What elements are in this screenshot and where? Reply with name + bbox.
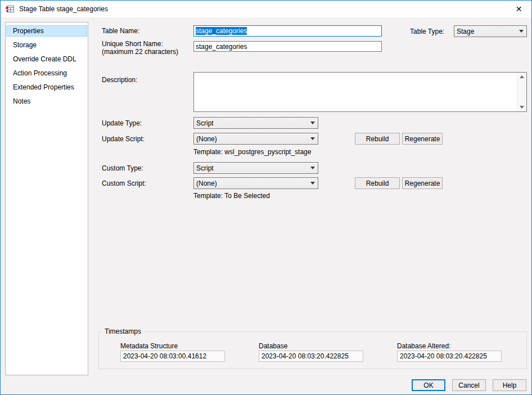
table-type-label: Table Type: [410,28,444,35]
table-name-label: Table Name: [102,27,139,35]
chevron-down-icon [308,118,318,128]
database-label: Database [259,342,287,350]
update-rebuild-label: Rebuild [366,135,389,143]
description-label: Description: [102,76,137,84]
title-bar: Stage Table stage_categories ✕ [1,1,531,17]
update-type-dropdown[interactable]: Script [193,117,318,129]
table-name-input[interactable]: stage_categories [193,25,382,37]
update-script-label: Update Script: [102,135,145,143]
database-altered-label: Database Altered: [397,342,450,350]
database-value: 2023-04-20 08:03:20.422825 [259,351,363,362]
update-type-value: Script [196,119,308,127]
update-regenerate-label: Regenerate [405,135,440,143]
chevron-down-icon [308,163,318,173]
sidebar-item-extended-properties[interactable]: Extended Properties [6,82,87,93]
cancel-button[interactable]: Cancel [452,379,486,391]
unique-short-name-label: Unique Short Name: (maximum 22 character… [102,40,178,56]
custom-type-dropdown[interactable]: Script [193,162,318,174]
custom-type-label: Custom Type: [102,164,143,172]
description-textarea[interactable] [194,73,517,111]
description-box [193,72,527,112]
stage-table-icon [6,5,15,14]
custom-template-text: Template: To Be Selected [193,192,270,200]
update-script-value: (None) [196,135,308,143]
chevron-down-icon [308,133,318,144]
ok-button[interactable]: OK [412,379,445,391]
description-scrollbar[interactable] [517,73,526,111]
table-name-selected-text: stage_categories [196,27,247,35]
sidebar-item-notes[interactable]: Notes [6,96,87,107]
window-title: Stage Table stage_categories [19,5,108,13]
update-regenerate-button[interactable]: Regenerate [402,133,443,145]
update-type-label: Update Type: [102,119,142,127]
help-button[interactable]: Help [493,379,526,391]
ok-label: OK [423,381,433,389]
unique-short-name-label-line1: Unique Short Name: [102,40,178,48]
chevron-down-icon [516,26,526,37]
custom-rebuild-button[interactable]: Rebuild [355,177,400,189]
sidebar: Properties Storage Override Create DDL A… [5,22,88,375]
chevron-down-icon [308,178,318,188]
close-button[interactable]: ✕ [506,1,531,17]
custom-script-value: (None) [196,179,308,187]
timestamps-legend: Timestamps [102,327,143,335]
table-type-value: Stage [457,28,516,35]
custom-rebuild-label: Rebuild [366,179,389,187]
custom-regenerate-label: Regenerate [405,179,440,187]
scroll-up-icon[interactable] [520,75,524,78]
custom-script-label: Custom Script: [102,179,146,187]
help-label: Help [503,381,517,389]
table-type-dropdown[interactable]: Stage [454,25,527,37]
stage-table-dialog: Stage Table stage_categories ✕ Propertie… [0,0,532,395]
custom-regenerate-button[interactable]: Regenerate [402,177,443,189]
sidebar-item-action-processing[interactable]: Action Processing [6,68,87,79]
unique-short-name-input[interactable] [193,41,382,52]
update-rebuild-button[interactable]: Rebuild [355,133,400,145]
sidebar-item-storage[interactable]: Storage [6,39,87,51]
metadata-structure-label: Metadata Structure [120,342,178,350]
scroll-down-icon[interactable] [520,106,524,109]
unique-short-name-label-line2: (maximum 22 characters) [102,48,178,56]
sidebar-item-override-create-ddl[interactable]: Override Create DDL [6,53,87,65]
sidebar-item-properties[interactable]: Properties [6,25,87,37]
cancel-label: Cancel [458,381,479,389]
timestamps-groupbox: Timestamps Metadata Structure 2023-04-20… [98,331,527,369]
custom-script-dropdown[interactable]: (None) [193,177,318,189]
database-altered-value: 2023-04-20 08:03:20.422825 [397,351,502,362]
close-icon: ✕ [516,5,522,14]
update-template-text: Template: wsl_postgres_pyscript_stage [193,148,311,156]
metadata-structure-value: 2023-04-20 08:03:00.41612 [120,351,225,362]
update-script-dropdown[interactable]: (None) [193,133,318,145]
custom-type-value: Script [196,164,308,172]
